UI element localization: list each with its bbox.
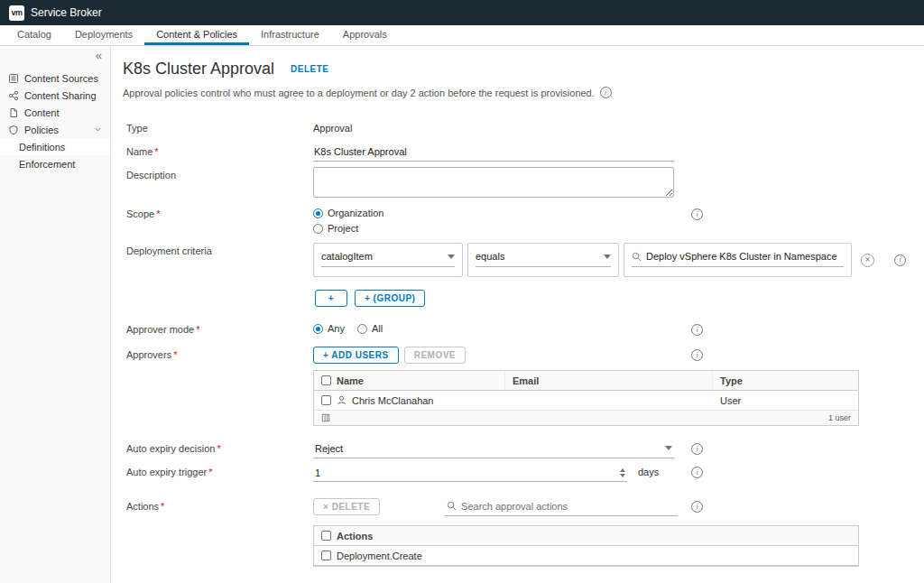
radio-unselected-icon (313, 224, 323, 234)
sidebar-item-policies[interactable]: Policies (0, 121, 110, 138)
required-marker: * (208, 467, 212, 477)
app-window: vm Service Broker Catalog Deployments Co… (0, 0, 924, 583)
content-sharing-icon (8, 90, 19, 101)
actions-table: Actions Deployment.Create (313, 525, 859, 567)
info-icon[interactable]: i (691, 501, 703, 513)
scope-radio-organization[interactable]: Organization (313, 208, 383, 218)
sidebar-item-content-sources[interactable]: Content Sources (0, 69, 110, 87)
info-icon[interactable]: i (691, 324, 703, 336)
row-count: 1 user (828, 413, 851, 422)
criteria-field-dropdown[interactable]: catalogItem (313, 243, 463, 277)
info-icon[interactable]: i (600, 87, 612, 98)
sidebar-collapse-icon[interactable]: « (96, 49, 102, 62)
product-title: Service Broker (31, 6, 102, 19)
actions-label: Actions* (126, 498, 313, 567)
sidebar: « Content Sources Content Sharing Conten… (0, 46, 111, 583)
column-header-name: Name (337, 375, 364, 386)
close-icon: × (323, 502, 328, 512)
main-nav: Catalog Deployments Content & Policies I… (0, 25, 924, 46)
page-subtitle: Approval policies control who must agree… (123, 88, 595, 98)
search-icon (632, 252, 642, 262)
approver-name: Chris McClanahan (352, 395, 433, 406)
deployment-criteria-label: Deployment criteria (126, 243, 313, 307)
auto-expiry-trigger-input[interactable] (313, 467, 620, 478)
actions-search-input[interactable]: Search approval actions (445, 498, 678, 516)
sidebar-item-enforcement[interactable]: Enforcement (0, 155, 110, 172)
page-title: K8s Cluster Approval (123, 60, 274, 79)
approver-mode-radio-any[interactable]: Any (313, 323, 345, 334)
add-criteria-group-button[interactable]: + (GROUP) (355, 290, 425, 307)
name-input[interactable] (313, 143, 674, 162)
auto-expiry-decision-value: Reject (315, 443, 343, 454)
description-textarea[interactable] (313, 167, 674, 198)
info-icon[interactable]: i (894, 254, 906, 266)
required-marker: * (161, 501, 164, 512)
approvers-table: Name Email Type (313, 370, 859, 426)
chevron-down-icon (665, 446, 672, 450)
tab-deployments[interactable]: Deployments (63, 25, 144, 45)
row-checkbox[interactable] (321, 395, 331, 405)
column-header-email: Email (513, 375, 539, 386)
tab-infrastructure[interactable]: Infrastructure (249, 25, 331, 45)
user-icon (337, 395, 346, 405)
scope-radio-project[interactable]: Project (313, 223, 383, 234)
column-toggle-icon[interactable] (321, 413, 330, 422)
table-row[interactable]: Chris McClanahan User (314, 391, 858, 411)
auto-expiry-trigger-label: Auto expiry trigger* (126, 464, 313, 482)
days-unit-label: days (638, 464, 659, 477)
delete-action-button[interactable]: × DELETE (313, 498, 380, 515)
radio-selected-icon (313, 208, 323, 218)
approver-mode-label: Approver mode* (126, 321, 313, 336)
table-row[interactable]: Deployment.Create (314, 546, 858, 566)
policy-form: Type Approval Name* Description (123, 120, 924, 583)
tab-content-and-policies[interactable]: Content & Policies (144, 25, 249, 45)
tab-approvals[interactable]: Approvals (331, 25, 399, 45)
approver-mode-radio-group: Any All (313, 321, 383, 334)
info-icon[interactable]: i (691, 349, 703, 361)
criteria-operator-dropdown[interactable]: equals (467, 243, 619, 277)
auto-expiry-decision-select[interactable]: Reject (313, 440, 674, 458)
add-users-button[interactable]: + ADD USERS (313, 347, 399, 364)
actions-table-header: Actions (314, 526, 858, 546)
auto-expiry-decision-label: Auto expiry decision* (126, 440, 313, 458)
approver-type: User (720, 395, 741, 406)
approvers-table-footer: 1 user (314, 411, 858, 425)
content-sources-icon (8, 73, 19, 84)
sidebar-item-label: Definitions (19, 142, 65, 153)
info-icon[interactable]: i (691, 443, 703, 455)
required-marker: * (173, 349, 177, 360)
row-checkbox[interactable] (321, 551, 331, 560)
delete-policy-button[interactable]: DELETE (291, 64, 328, 74)
required-marker: * (154, 146, 158, 157)
info-icon[interactable]: i (691, 467, 703, 478)
select-all-checkbox[interactable] (321, 531, 331, 541)
sidebar-item-content[interactable]: Content (0, 104, 110, 121)
vmware-logo: vm (9, 5, 24, 21)
sidebar-item-label: Enforcement (19, 159, 75, 170)
radio-unselected-icon (357, 324, 367, 334)
select-all-checkbox[interactable] (321, 375, 331, 385)
policies-icon (8, 125, 19, 135)
number-stepper[interactable] (620, 468, 627, 477)
actions-search-placeholder: Search approval actions (461, 501, 568, 512)
approver-mode-radio-all[interactable]: All (357, 323, 383, 334)
stepper-up-icon[interactable] (620, 468, 625, 472)
criteria-value-search[interactable]: Deploy vSphere K8s Cluster in Namespace (624, 243, 852, 277)
sidebar-item-label: Content Sources (24, 73, 98, 84)
required-marker: * (217, 443, 220, 454)
column-header-actions: Actions (337, 531, 373, 541)
column-header-type: Type (720, 375, 743, 386)
scope-radio-group: Organization Project (313, 206, 383, 234)
sidebar-item-label: Policies (24, 125, 59, 135)
required-marker: * (196, 324, 199, 335)
radio-selected-icon (313, 324, 323, 334)
remove-users-button[interactable]: REMOVE (404, 347, 466, 364)
tab-catalog[interactable]: Catalog (5, 25, 63, 45)
remove-criteria-icon[interactable]: × (861, 254, 874, 267)
info-icon[interactable]: i (691, 208, 703, 220)
stepper-down-icon[interactable] (620, 474, 625, 477)
add-criteria-button[interactable]: + (315, 290, 347, 307)
sidebar-item-definitions[interactable]: Definitions (0, 138, 110, 155)
sidebar-item-content-sharing[interactable]: Content Sharing (0, 87, 110, 104)
main-content: K8s Cluster Approval DELETE Approval pol… (111, 46, 924, 583)
